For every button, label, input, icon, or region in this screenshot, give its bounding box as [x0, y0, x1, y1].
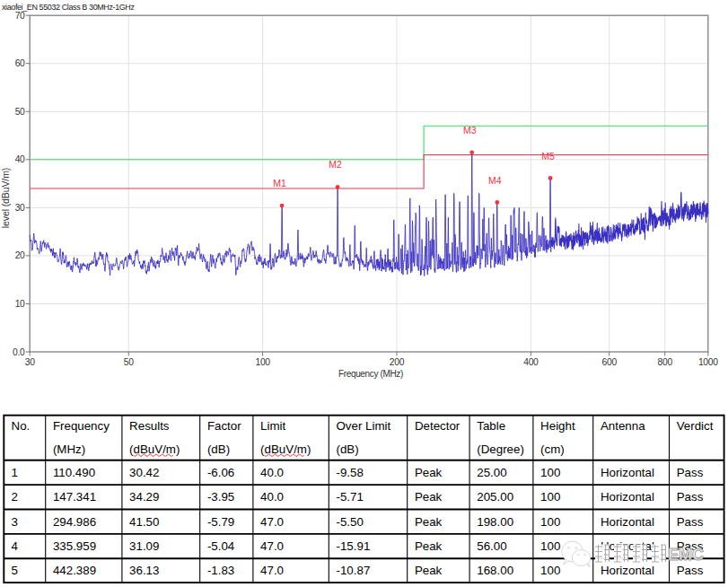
svg-text:EMC: EMC: [668, 546, 704, 564]
